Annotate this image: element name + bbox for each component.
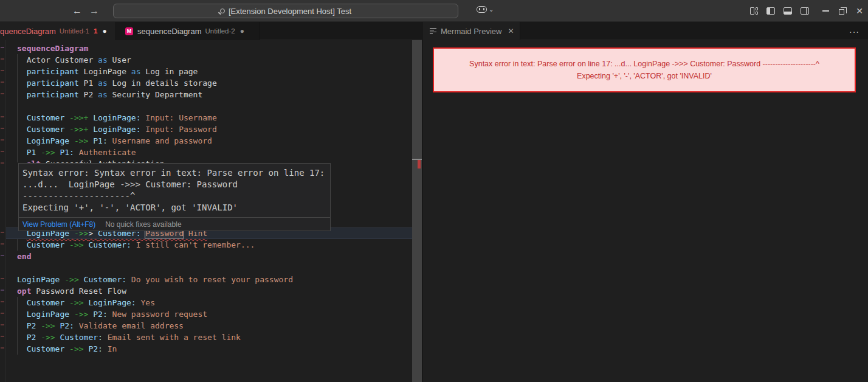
minimap-error-dash (1, 278, 4, 279)
code-line[interactable]: Customer ->> LoginPage: Yes (6, 297, 412, 308)
minimap-error-dash (1, 336, 4, 337)
forward-icon[interactable]: → (88, 5, 101, 17)
overview-error-marker (418, 160, 421, 168)
code-line[interactable]: P2 ->> P2: Validate email address (6, 320, 412, 332)
minimap-error-dash (1, 47, 4, 48)
minimap-error-dash (1, 324, 4, 325)
syntax-error-box: Syntax error in text: Parse error on lin… (433, 47, 856, 92)
tab-error-badge: 1 (94, 27, 97, 35)
command-center-text: [Extension Development Host] Test (229, 7, 351, 16)
minimap-error-dash (1, 347, 4, 349)
minimap-error-dash (1, 290, 4, 291)
editor-area[interactable]: sequenceDiagram Actor Customer as User p… (0, 40, 422, 382)
back-icon[interactable]: ← (71, 5, 84, 17)
minimap-error-dash (1, 139, 4, 141)
close-icon: ✕ (856, 6, 863, 16)
error-text-line: Syntax error in text: Parse error on lin… (461, 59, 828, 69)
code-line[interactable] (6, 262, 412, 274)
code-line[interactable]: sequenceDiagram (6, 43, 412, 54)
minimap-error-dash (1, 93, 4, 94)
minimap-error-dash (1, 232, 4, 233)
panel-icon (784, 7, 792, 15)
tab-untitled-2[interactable]: M sequenceDiagram Untitled-2 ● (116, 22, 260, 40)
minimap-error-dash (1, 255, 4, 256)
minimap-error-dash (1, 116, 4, 117)
tab-label: quenceDiagram (0, 27, 56, 36)
view-problem-link[interactable]: View Problem (Alt+F8) (22, 220, 95, 229)
error-text-line: Expecting '+', '-', 'ACTOR', got 'INVALI… (568, 71, 720, 82)
minimize-icon (822, 10, 829, 12)
minimap-sliver (0, 40, 5, 382)
minimap-error-dash (1, 70, 4, 71)
chevron-down-icon: ⌄ (489, 7, 494, 13)
title-bar: ← → [Extension Development Host] Test ⌄ … (0, 0, 868, 22)
error-hover-tooltip: Syntax error: Syntax error in text: Pars… (18, 163, 331, 231)
close-tab-icon[interactable]: ✕ (508, 27, 514, 35)
code-line[interactable]: participant P2 as Security Department (6, 89, 412, 100)
tab-label: sequenceDiagram (137, 27, 202, 36)
window-controls: ✕ (745, 0, 868, 22)
toggle-primary-sidebar-button[interactable] (762, 0, 779, 22)
code-line[interactable] (6, 100, 412, 112)
toggle-panel-button[interactable] (779, 0, 796, 22)
code-line[interactable]: Customer ->>+ LoginPage: Input: Username (6, 112, 412, 123)
editor-tab-bar: quenceDiagram Untitled-1 1 ● M sequenceD… (0, 22, 422, 40)
quick-fix-hint: No quick fixes available (105, 220, 181, 229)
customize-layout-icon (750, 7, 758, 15)
sidebar-right-icon (801, 7, 809, 15)
restore-icon (839, 9, 844, 15)
customize-layout-button[interactable] (745, 0, 762, 22)
close-window-button[interactable]: ✕ (851, 0, 868, 22)
tab-untitled-1[interactable]: quenceDiagram Untitled-1 1 ● (0, 22, 116, 40)
minimize-button[interactable] (817, 0, 834, 22)
minimap-error-dash (1, 82, 4, 83)
hover-message: Syntax error: Syntax error in text: Pars… (19, 164, 330, 217)
code-line[interactable]: Customer ->> P2: In (6, 343, 412, 355)
code-line[interactable]: Customer ->>+ LoginPage: Input: Password (6, 123, 412, 135)
copilot-icon (477, 6, 487, 13)
sidebar-left-icon (766, 7, 775, 15)
code-line[interactable]: end (6, 251, 412, 262)
copilot-menu[interactable]: ⌄ (477, 6, 494, 13)
tab-label: Mermaid Preview (441, 27, 501, 36)
code-line[interactable]: P1 ->> P1: Authenticate (6, 147, 412, 158)
tab-description: Untitled-2 (205, 27, 235, 35)
minimap-error-dash (1, 58, 4, 60)
minimap-error-dash (1, 162, 4, 164)
modified-dot-icon[interactable]: ● (240, 27, 244, 35)
code-line[interactable]: participant P1 as Log in details storage (6, 77, 412, 89)
minimap-error-dash (1, 151, 4, 152)
code-line[interactable]: Customer ->> Customer: I still can't rem… (6, 239, 412, 251)
search-icon (220, 9, 225, 13)
code-line[interactable]: LoginPage ->> P1: Username and password (6, 135, 412, 147)
tab-mermaid-preview[interactable]: Mermaid Preview ✕ (422, 22, 520, 40)
code-line[interactable]: Actor Customer as User (6, 54, 412, 66)
tab-description: Untitled-1 (60, 27, 89, 35)
minimap-error-dash (1, 128, 4, 129)
minimap-error-dash (1, 301, 4, 302)
mermaid-file-icon: M (125, 27, 133, 35)
editor-scrollbar[interactable] (412, 40, 422, 382)
restore-button[interactable] (834, 0, 851, 22)
preview-icon (430, 28, 436, 34)
code-line[interactable]: P2 ->> Customer: Email sent with a reset… (6, 332, 412, 343)
minimap-error-dash (1, 313, 4, 314)
code-line[interactable]: participant LoginPage as Log in page (6, 66, 412, 77)
command-center-search[interactable]: [Extension Development Host] Test (113, 4, 458, 18)
code-line[interactable]: LoginPage ->> Customer: Do you wish to r… (6, 274, 412, 285)
hover-footer: View Problem (Alt+F8) No quick fixes ava… (19, 217, 330, 231)
modified-dot-icon[interactable]: ● (102, 27, 106, 35)
code-line[interactable]: opt Password Reset Flow (6, 285, 412, 297)
minimap-error-dash (1, 243, 4, 245)
toggle-secondary-sidebar-button[interactable] (796, 0, 813, 22)
code-line[interactable]: LoginPage ->> P2: New password request (6, 308, 412, 320)
vscode-window: ← → [Extension Development Host] Test ⌄ … (0, 0, 868, 382)
mermaid-preview-panel: Syntax error in text: Parse error on lin… (422, 40, 868, 382)
preview-tab-bar: Mermaid Preview ✕ (422, 22, 868, 40)
preview-more-actions-icon[interactable]: ··· (849, 27, 859, 36)
